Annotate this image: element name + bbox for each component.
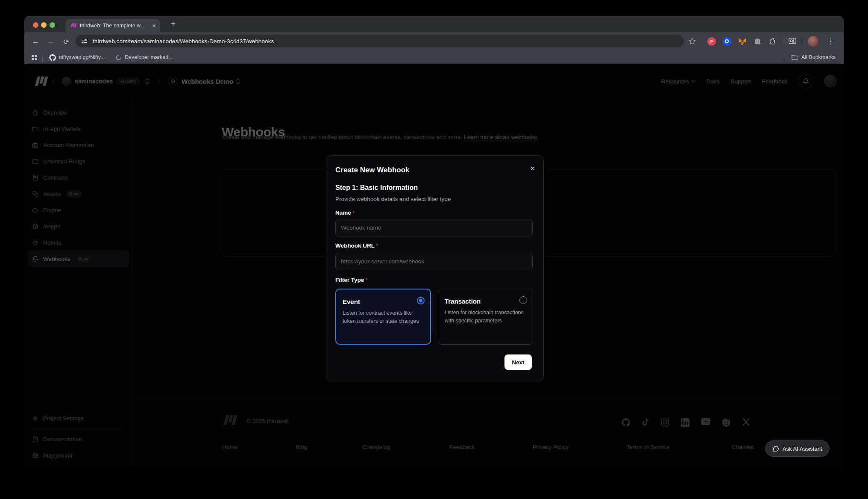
required-asterisk: * (376, 242, 378, 249)
browser-toolbar: ← → ⟳ thirdweb.com/team/saminacodes/Webh… (24, 32, 844, 50)
new-tab-button[interactable]: + (167, 18, 179, 30)
webhook-url-input[interactable] (335, 253, 533, 270)
bookmarks-bar: niftyswap.gg/Nifty... Developer marketi.… (24, 50, 844, 64)
bookmarks-separator (784, 54, 784, 61)
extensions-puzzle-icon[interactable] (768, 36, 778, 47)
create-webhook-modal: Create New Webhook × Step 1: Basic Infor… (326, 155, 544, 381)
bookmark-item-github[interactable]: niftyswap.gg/Nifty... (49, 50, 105, 64)
screen: thirdweb: The complete web3 × + ← → ⟳ th… (0, 0, 868, 499)
bookmarks-separator (42, 54, 43, 61)
filter-type-label: Filter Type* (335, 277, 368, 283)
all-bookmarks-label: All Bookmarks (801, 54, 836, 60)
window-close-button[interactable] (33, 22, 38, 28)
webhook-url-label: Webhook URL* (335, 242, 378, 249)
tab-close-icon[interactable]: × (152, 22, 156, 29)
modal-title: Create New Webhook (335, 166, 410, 174)
filter-option-event[interactable]: Event Listen for contract events like to… (335, 289, 431, 345)
extension-rainbow-icon[interactable] (706, 36, 717, 47)
chat-bubble-icon (772, 445, 779, 452)
filter-option-transaction[interactable]: Transaction Listen for blockchain transa… (438, 289, 533, 345)
required-asterisk: * (352, 210, 355, 216)
name-label: Name* (335, 210, 355, 216)
browser-profile-avatar[interactable] (808, 36, 818, 47)
window-zoom-button[interactable] (50, 22, 55, 28)
next-button[interactable]: Next (504, 354, 532, 370)
all-bookmarks-button[interactable]: All Bookmarks (792, 50, 836, 64)
forward-button[interactable]: → (45, 35, 57, 47)
side-panel-search-icon[interactable] (787, 36, 798, 47)
thirdweb-dashboard: / saminacodes Growth / Webhooks Demo Res… (24, 64, 844, 467)
toolbar-separator (802, 38, 802, 45)
window-minimize-button[interactable] (41, 22, 47, 28)
site-settings-icon[interactable] (81, 38, 88, 44)
thirdweb-favicon-icon (70, 22, 76, 29)
ask-ai-assistant-button[interactable]: Ask AI Assistant (765, 440, 830, 457)
github-favicon-icon (49, 54, 56, 61)
extension-phantom-icon[interactable] (752, 36, 763, 47)
tab-title: thirdweb: The complete web3 (80, 23, 149, 29)
filter-option-label: Event (343, 298, 424, 305)
folder-icon (792, 54, 798, 61)
modal-step-title: Step 1: Basic Information (335, 184, 418, 192)
back-button[interactable]: ← (29, 35, 41, 47)
browser-menu-icon[interactable]: ⋮ (825, 36, 836, 47)
radio-unselected-icon[interactable] (519, 296, 527, 304)
tab-strip: thirdweb: The complete web3 × + (24, 16, 844, 32)
filter-option-label: Transaction (445, 298, 527, 305)
filter-option-description: Listen for contract events like token tr… (343, 309, 424, 326)
extension-coinbase-icon[interactable] (721, 36, 732, 47)
toolbar-separator (783, 38, 783, 45)
required-asterisk: * (365, 277, 367, 283)
reload-button[interactable]: ⟳ (60, 35, 72, 47)
browser-window: thirdweb: The complete web3 × + ← → ⟳ th… (24, 16, 844, 467)
webhook-name-input[interactable] (335, 219, 533, 236)
modal-step-subtitle: Provide webhook details and select filte… (335, 196, 451, 202)
filter-option-description: Listen for blockchain transactions with … (445, 309, 527, 325)
apps-grid-icon[interactable] (31, 50, 38, 64)
extension-metamask-icon[interactable] (737, 36, 748, 47)
bookmark-item-developer[interactable]: Developer marketi... (115, 50, 173, 64)
bookmark-star-icon[interactable] (687, 36, 698, 47)
modal-close-icon[interactable]: × (530, 164, 535, 172)
generic-favicon-icon (115, 54, 122, 61)
radio-selected-icon[interactable] (417, 297, 425, 304)
bookmark-label: niftyswap.gg/Nifty... (59, 54, 105, 60)
url-text: thirdweb.com/team/saminacodes/Webhooks-D… (93, 38, 274, 44)
browser-tab[interactable]: thirdweb: The complete web3 × (65, 19, 160, 32)
bookmark-label: Developer marketi... (125, 54, 173, 60)
address-bar[interactable]: thirdweb.com/team/saminacodes/Webhooks-D… (76, 35, 684, 47)
